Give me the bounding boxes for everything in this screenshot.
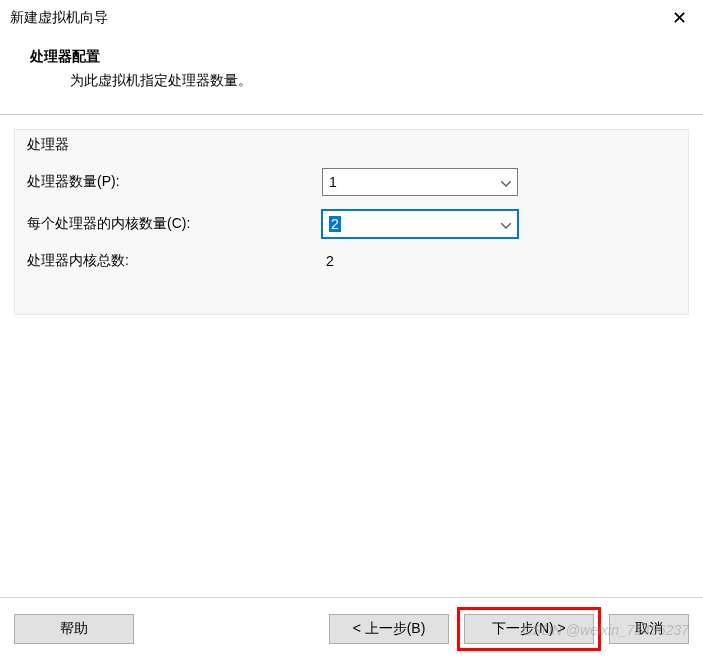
processor-group: 处理器 处理器数量(P): 1 每个处理器的内核数量(C): 2 处理器内核总数… <box>14 129 689 315</box>
button-bar: 帮助 < 上一步(B) 下一步(N) > 取消 <box>0 597 703 662</box>
back-button[interactable]: < 上一步(B) <box>329 614 449 644</box>
total-cores-value: 2 <box>322 253 334 269</box>
page-title: 处理器配置 <box>30 48 673 66</box>
chevron-down-icon <box>501 216 511 232</box>
cores-per-processor-label: 每个处理器的内核数量(C): <box>27 215 322 233</box>
next-button-highlight: 下一步(N) > <box>457 607 601 651</box>
group-label: 处理器 <box>27 130 676 168</box>
cores-per-processor-row: 每个处理器的内核数量(C): 2 <box>27 210 676 238</box>
window-title: 新建虚拟机向导 <box>10 9 108 27</box>
processor-count-label: 处理器数量(P): <box>27 173 322 191</box>
processor-count-row: 处理器数量(P): 1 <box>27 168 676 196</box>
total-cores-label: 处理器内核总数: <box>27 252 322 270</box>
chevron-down-icon <box>501 174 511 190</box>
cores-per-processor-select[interactable]: 2 <box>322 210 518 238</box>
cores-per-processor-value: 2 <box>329 216 341 232</box>
titlebar: 新建虚拟机向导 ✕ <box>0 0 703 34</box>
page-subtitle: 为此虚拟机指定处理器数量。 <box>30 72 673 90</box>
cancel-button[interactable]: 取消 <box>609 614 689 644</box>
close-icon[interactable]: ✕ <box>666 7 693 29</box>
processor-count-select[interactable]: 1 <box>322 168 518 196</box>
next-button[interactable]: 下一步(N) > <box>464 614 594 644</box>
divider <box>0 114 703 115</box>
header-section: 处理器配置 为此虚拟机指定处理器数量。 <box>0 34 703 114</box>
help-button[interactable]: 帮助 <box>14 614 134 644</box>
total-cores-row: 处理器内核总数: 2 <box>27 252 676 270</box>
processor-count-value: 1 <box>329 174 337 190</box>
